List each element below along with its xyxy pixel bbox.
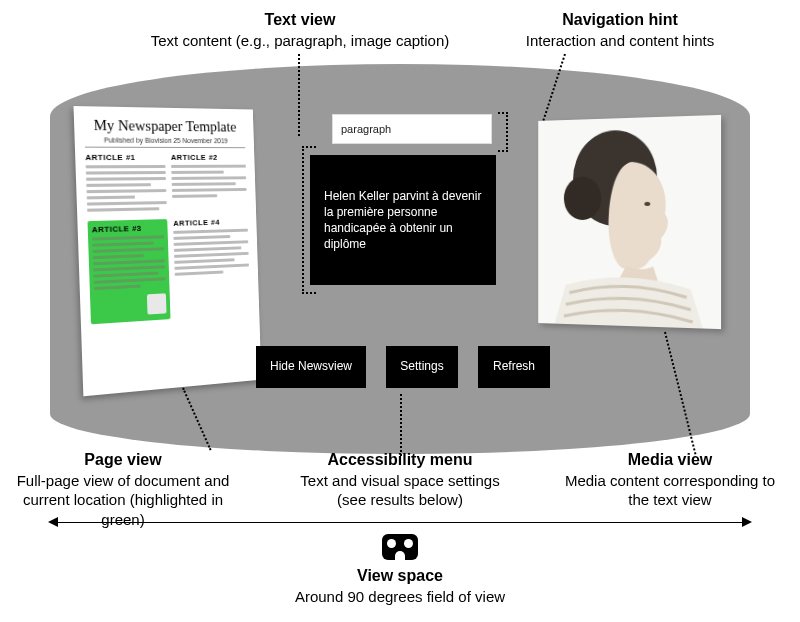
text-view-panel[interactable]: Helen Keller parvint à devenir la premiè… bbox=[310, 155, 496, 285]
field-of-view-arrow bbox=[50, 522, 750, 523]
article-3-highlighted: ARTICLE #3 bbox=[87, 219, 170, 324]
bracket-nav-hint bbox=[498, 112, 508, 152]
label-view-space: View space Around 90 degrees field of vi… bbox=[280, 566, 520, 606]
svg-point-3 bbox=[644, 202, 650, 206]
newspaper-publish-line: Published by Biovision 25 November 2019 bbox=[85, 136, 246, 148]
leader-textview bbox=[298, 54, 300, 136]
leader-accessibility bbox=[400, 394, 402, 456]
article-1-heading: ARTICLE #1 bbox=[85, 153, 165, 162]
label-text-view: Text view Text content (e.g., paragraph,… bbox=[140, 10, 460, 50]
article-2-heading: ARTICLE #2 bbox=[171, 153, 246, 162]
page-view-panel[interactable]: My Newspaper Template Published by Biovi… bbox=[73, 106, 261, 396]
accessibility-menu: Hide Newsview Settings Refresh bbox=[256, 346, 550, 388]
refresh-button[interactable]: Refresh bbox=[478, 346, 550, 388]
article-4-heading: ARTICLE #4 bbox=[173, 217, 248, 228]
label-page-view: Page view Full-page view of document and… bbox=[8, 450, 238, 529]
newspaper-title: My Newspaper Template bbox=[84, 117, 245, 136]
portrait-photo bbox=[538, 115, 721, 329]
navigation-hint-text: paragraph bbox=[341, 123, 391, 135]
label-navigation-hint: Navigation hint Interaction and content … bbox=[490, 10, 750, 50]
navigation-hint-bar[interactable]: paragraph bbox=[332, 114, 492, 144]
label-accessibility-menu: Accessibility menu Text and visual space… bbox=[290, 450, 510, 510]
label-media-view: Media view Media content corresponding t… bbox=[560, 450, 780, 510]
hide-newsview-button[interactable]: Hide Newsview bbox=[256, 346, 366, 388]
vr-headset-icon bbox=[382, 534, 418, 560]
article-3-thumbnail bbox=[147, 293, 167, 314]
text-view-content: Helen Keller parvint à devenir la premiè… bbox=[324, 188, 484, 253]
settings-button[interactable]: Settings bbox=[386, 346, 458, 388]
media-view-panel[interactable] bbox=[538, 115, 721, 329]
